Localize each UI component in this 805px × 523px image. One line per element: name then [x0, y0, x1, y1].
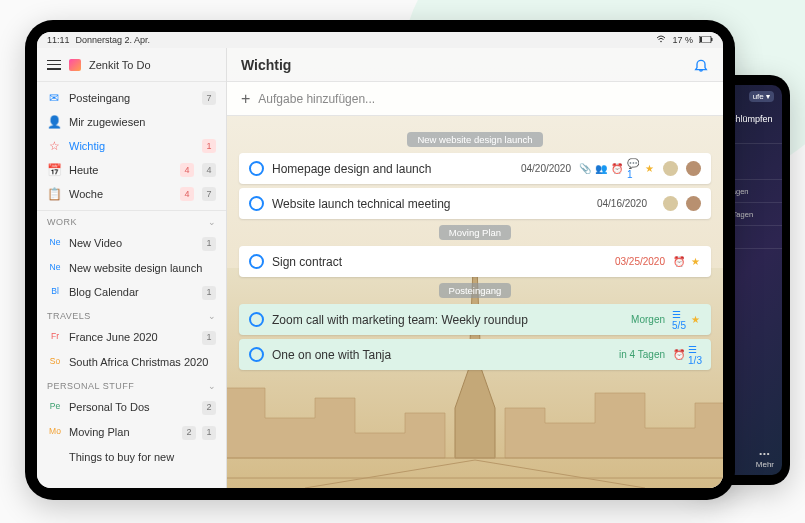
list-prefix-icon	[47, 450, 63, 451]
task-title: One on one with Tanja	[272, 348, 611, 362]
sidebar-smart-heute[interactable]: 📅 Heute 4 4	[37, 158, 226, 182]
star-icon[interactable]: ★	[689, 256, 701, 268]
sidebar-list-item[interactable]: So South Africa Christmas 2020	[37, 350, 226, 374]
task-group-label: Posteingang	[439, 283, 512, 298]
back-header[interactable]: ufe ▾	[749, 91, 774, 102]
task-row[interactable]: Homepage design and launch 04/20/2020 📎👥…	[239, 153, 711, 184]
alarm-icon: ⏰	[673, 256, 685, 268]
task-title: Sign contract	[272, 255, 607, 269]
list-prefix-icon: Mo	[47, 425, 63, 437]
comment-icon: 💬1	[627, 163, 639, 175]
status-battery: 17 %	[672, 35, 693, 45]
count-badge: 1	[202, 426, 216, 440]
menu-icon[interactable]	[47, 60, 61, 70]
posteingang-icon: ✉	[47, 91, 61, 105]
sidebar-list-item[interactable]: Ne New Video 1	[37, 231, 226, 256]
zenkit-logo-icon	[69, 59, 81, 71]
chevron-down-icon: ⌄	[208, 217, 217, 227]
checklist-icon: ☰ 5/5	[673, 314, 685, 326]
sidebar-list-item[interactable]: Fr France June 2020 1	[37, 325, 226, 350]
list-item-label: Moving Plan	[69, 425, 176, 439]
assignee-avatar[interactable]	[686, 161, 701, 176]
sidebar-list-item[interactable]: Mo Moving Plan 2 1	[37, 420, 226, 445]
assignee-avatar[interactable]	[663, 196, 678, 211]
sidebar-item-label: Heute	[69, 164, 172, 176]
count-badge: 7	[202, 187, 216, 201]
count-badge: 2	[202, 401, 216, 415]
task-row[interactable]: Sign contract 03/25/2020 ⏰★	[239, 246, 711, 277]
task-checkbox[interactable]	[249, 312, 264, 327]
task-checkbox[interactable]	[249, 347, 264, 362]
sidebar-list-item[interactable]: Ne New website design launch	[37, 256, 226, 280]
page-title: Wichtig	[241, 57, 291, 73]
section-header-work[interactable]: WORK⌄	[37, 211, 226, 231]
list-item-label: New Video	[69, 236, 196, 250]
section-header-travels[interactable]: TRAVELS⌄	[37, 305, 226, 325]
task-date: Morgen	[631, 314, 665, 325]
add-task-placeholder: Aufgabe hinzufügen...	[258, 92, 375, 106]
alarm-icon: ⏰	[611, 163, 623, 175]
svg-rect-3	[700, 37, 702, 42]
people-icon: 👥	[595, 163, 607, 175]
sidebar-item-label: Mir zugewiesen	[69, 116, 216, 128]
task-date: in 4 Tagen	[619, 349, 665, 360]
app-title: Zenkit To Do	[89, 59, 151, 71]
list-item-label: Personal To Dos	[69, 400, 196, 414]
svg-rect-2	[711, 38, 713, 41]
task-row[interactable]: One on one with Tanja in 4 Tagen ⏰☰ 1/3	[239, 339, 711, 370]
chevron-down-icon: ⌄	[208, 311, 217, 321]
chevron-down-icon: ⌄	[208, 381, 217, 391]
sidebar-list-item[interactable]: Pe Personal To Dos 2	[37, 395, 226, 420]
star-icon[interactable]: ★	[689, 314, 701, 326]
alarm-icon: ⏰	[673, 349, 685, 361]
list-prefix-icon: Pe	[47, 400, 63, 412]
add-task-input[interactable]: + Aufgabe hinzufügen...	[227, 82, 723, 116]
tablet-device: 11:11 Donnerstag 2. Apr. 17 % Zenkit To	[25, 20, 735, 500]
task-meta: ⏰★	[673, 256, 701, 268]
woche-icon: 📋	[47, 187, 61, 201]
count-badge: 2	[182, 426, 196, 440]
sidebar: Zenkit To Do ✉ Posteingang 7 👤 Mir zugew…	[37, 48, 227, 488]
list-item-label: Blog Calendar	[69, 285, 196, 299]
sidebar-list-item[interactable]: Bl Blog Calendar 1	[37, 280, 226, 305]
list-prefix-icon: Bl	[47, 285, 63, 297]
task-title: Zoom call with marketing team: Weekly ro…	[272, 313, 623, 327]
task-row[interactable]: Zoom call with marketing team: Weekly ro…	[239, 304, 711, 335]
count-badge: 4	[180, 187, 194, 201]
task-checkbox[interactable]	[249, 161, 264, 176]
task-row[interactable]: Website launch technical meeting 04/16/2…	[239, 188, 711, 219]
plus-icon: +	[241, 90, 250, 108]
star-icon[interactable]: ★	[643, 163, 655, 175]
task-group-label: New website design launch	[407, 132, 542, 147]
sidebar-smart-wichtig[interactable]: ☆ Wichtig 1	[37, 134, 226, 158]
section-header-personal stuff[interactable]: PERSONAL STUFF⌄	[37, 375, 226, 395]
sidebar-smart-mir-zugewiesen[interactable]: 👤 Mir zugewiesen	[37, 110, 226, 134]
sidebar-smart-posteingang[interactable]: ✉ Posteingang 7	[37, 86, 226, 110]
assignee-avatar[interactable]	[686, 196, 701, 211]
sidebar-list-item[interactable]: Things to buy for new	[37, 445, 226, 469]
task-checkbox[interactable]	[249, 254, 264, 269]
sidebar-smart-woche[interactable]: 📋 Woche 4 7	[37, 182, 226, 206]
section-title: PERSONAL STUFF	[47, 381, 134, 391]
wifi-icon	[656, 35, 666, 45]
task-checkbox[interactable]	[249, 196, 264, 211]
task-title: Homepage design and launch	[272, 162, 513, 176]
list-prefix-icon: Fr	[47, 330, 63, 342]
list-item-label: New website design launch	[69, 261, 216, 275]
count-badge: 1	[202, 331, 216, 345]
list-item-label: South Africa Christmas 2020	[69, 355, 216, 369]
assignee-avatar[interactable]	[663, 161, 678, 176]
count-badge: 4	[202, 163, 216, 177]
mir zugewiesen-icon: 👤	[47, 115, 61, 129]
svg-point-0	[661, 41, 663, 43]
count-badge: 1	[202, 139, 216, 153]
back-more-button[interactable]: ••• Mehr	[756, 449, 774, 469]
task-title: Website launch technical meeting	[272, 197, 589, 211]
list-item-label: France June 2020	[69, 330, 196, 344]
wichtig-icon: ☆	[47, 139, 61, 153]
notification-bell-icon[interactable]	[693, 57, 709, 73]
task-date: 04/16/2020	[597, 198, 647, 209]
count-badge: 1	[202, 237, 216, 251]
checklist-icon: ☰ 1/3	[689, 349, 701, 361]
status-time: 11:11	[47, 35, 70, 45]
